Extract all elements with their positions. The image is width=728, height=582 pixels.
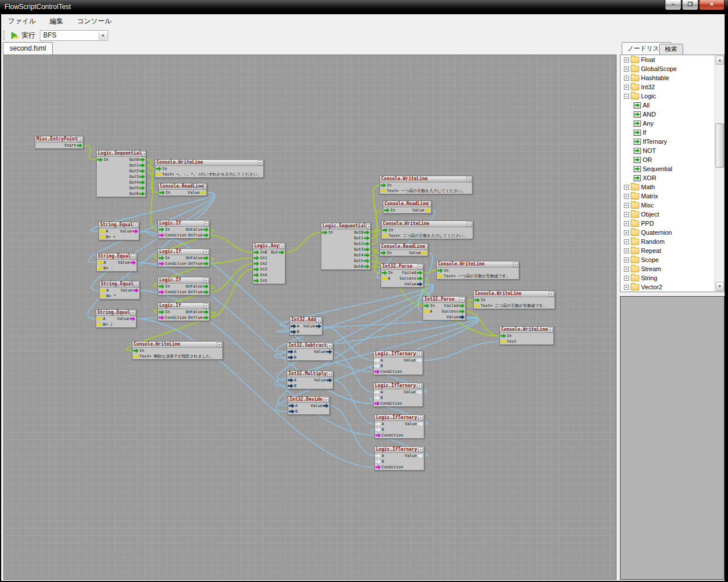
input-pin[interactable]: [382, 234, 388, 238]
input-pin[interactable]: [100, 294, 106, 298]
input-pin[interactable]: [100, 229, 105, 234]
output-pin[interactable]: [364, 264, 370, 269]
node-menu-icon[interactable]: ▼: [204, 184, 207, 189]
output-pin[interactable]: [203, 261, 209, 266]
graph-node-int32-parse[interactable]: Int32.Parse▼InFailedASuccessValue: [380, 263, 424, 288]
input-pin[interactable]: [97, 322, 102, 327]
output-pin[interactable]: [326, 350, 332, 354]
tree-item-repeat[interactable]: +Repeat: [621, 246, 724, 255]
output-pin[interactable]: [130, 260, 136, 265]
expand-icon[interactable]: +: [624, 212, 629, 217]
tree-item-matrix[interactable]: +Matrix: [621, 192, 724, 201]
scroll-up-icon[interactable]: ▲: [715, 56, 724, 65]
output-pin[interactable]: [364, 242, 370, 246]
graph-node-console-writeline[interactable]: Console.WriteLine▼InText= 一つ目の引数を入力してくださ…: [379, 176, 473, 194]
tree-item-all[interactable]: All: [621, 101, 724, 110]
output-pin[interactable]: [130, 317, 135, 321]
output-pin[interactable]: [326, 378, 332, 383]
graph-node-console-writeline[interactable]: Console.WriteLine▼InText= 二つ目の引数が非数値です。: [473, 290, 555, 309]
node-menu-icon[interactable]: ▼: [428, 202, 432, 207]
input-pin[interactable]: [500, 339, 506, 344]
input-pin[interactable]: [254, 273, 259, 277]
scrollbar-thumb[interactable]: [715, 123, 724, 168]
tree-item-scope[interactable]: +Scope: [621, 255, 724, 264]
graph-node-string-equal[interactable]: String.Equal▼AValueB= /: [96, 309, 136, 328]
tree-item-if[interactable]: If: [621, 128, 724, 137]
node-menu-icon[interactable]: ▼: [418, 415, 423, 421]
input-pin[interactable]: [291, 324, 296, 329]
output-pin[interactable]: [139, 174, 145, 179]
tree-item-ifternary[interactable]: IfTernary: [621, 137, 724, 146]
graph-node-logic-sequential[interactable]: Logic.Sequential▼InOut0Out1Out2Out3Out4O…: [321, 223, 371, 270]
graph-node-console-writeline[interactable]: Console.WriteLine▼InText= 二つ目の引数を入力してくださ…: [381, 221, 473, 239]
tree-item-and[interactable]: AND: [621, 110, 724, 119]
restore-button[interactable]: ❐: [682, 0, 698, 10]
tree-item-math[interactable]: +Math: [621, 182, 724, 192]
tree-item-misc[interactable]: +Misc: [621, 201, 724, 210]
output-pin[interactable]: [203, 290, 209, 294]
input-pin[interactable]: [500, 334, 506, 338]
node-menu-icon[interactable]: ▼: [327, 372, 332, 377]
expand-icon[interactable]: +: [624, 230, 629, 235]
input-pin[interactable]: [288, 378, 293, 383]
output-pin[interactable]: [200, 190, 206, 195]
output-pin[interactable]: [417, 422, 423, 426]
output-pin[interactable]: [421, 251, 427, 255]
input-pin[interactable]: [159, 256, 164, 260]
input-pin[interactable]: [382, 276, 387, 281]
output-pin[interactable]: [139, 192, 145, 196]
node-menu-icon[interactable]: ▼: [258, 160, 263, 165]
node-menu-icon[interactable]: ▼: [204, 221, 209, 226]
node-menu-icon[interactable]: ▼: [549, 292, 554, 297]
output-pin[interactable]: [459, 315, 465, 319]
close-button[interactable]: ✕: [699, 0, 725, 10]
input-pin[interactable]: [254, 250, 259, 255]
node-menu-icon[interactable]: ▼: [204, 250, 209, 255]
graph-canvas[interactable]: Misc.EntryPoint▼StartLogic.Sequential▼In…: [3, 55, 617, 580]
output-pin[interactable]: [203, 256, 209, 260]
input-pin[interactable]: [322, 230, 328, 235]
graph-node-console-readline[interactable]: Console.ReadLine▼InValue: [158, 183, 207, 196]
graph-node-misc-entrypoint[interactable]: Misc.EntryPoint▼Start: [35, 136, 84, 149]
expand-icon[interactable]: +: [624, 85, 629, 90]
graph-node-logic-if[interactable]: Logic.If▼InOnFalseConditionOnTrue: [158, 248, 210, 267]
node-menu-icon[interactable]: ▼: [279, 244, 284, 249]
output-pin[interactable]: [203, 227, 209, 232]
input-pin[interactable]: [159, 310, 164, 314]
graph-node-console-readline[interactable]: Console.ReadLine▼InValue: [383, 201, 432, 214]
graph-node-console-writeline[interactable]: Console.WriteLine▼InText: [499, 326, 554, 345]
output-pin[interactable]: [417, 276, 423, 281]
expand-icon[interactable]: +: [624, 76, 629, 81]
node-menu-icon[interactable]: ▼: [548, 327, 553, 332]
run-button[interactable]: 実行: [8, 30, 39, 41]
graph-node-logic-ifternary[interactable]: Logic.IfTernary▼AValueBCondition: [374, 446, 424, 471]
node-menu-icon[interactable]: ▼: [417, 264, 423, 269]
graph-node-logic-if[interactable]: Logic.If▼InOnFalseConditionOnTrue: [158, 277, 210, 296]
output-pin[interactable]: [459, 304, 465, 308]
expand-icon[interactable]: +: [624, 257, 629, 263]
output-pin[interactable]: [364, 230, 370, 235]
input-pin[interactable]: [437, 274, 443, 278]
input-pin[interactable]: [156, 167, 162, 171]
input-pin[interactable]: [382, 228, 388, 232]
graph-node-int32-multiply[interactable]: Int32.Multiply▼AValueB: [287, 371, 333, 389]
mode-combobox[interactable]: BFS ▼: [40, 30, 108, 41]
expand-icon[interactable]: +: [624, 203, 629, 208]
output-pin[interactable]: [139, 169, 145, 173]
input-pin[interactable]: [380, 183, 386, 188]
input-pin[interactable]: [384, 208, 390, 213]
graph-node-logic-if[interactable]: Logic.If▼InOnFalseConditionOnTrue: [158, 220, 210, 239]
graph-node-console-writeline[interactable]: Console.WriteLine▼InText= 一つ目の引数が非数値です。: [436, 261, 519, 280]
node-menu-icon[interactable]: ▼: [425, 244, 428, 250]
graph-node-console-writeline[interactable]: Console.WriteLine▼InText= 無効な演算子が指定されました…: [132, 341, 223, 360]
document-tab[interactable]: second.fsml: [3, 42, 53, 55]
output-pin[interactable]: [416, 358, 422, 363]
tree-item-string[interactable]: +String: [621, 273, 724, 282]
graph-node-logic-if[interactable]: Logic.If▼InOnFalseConditionOnTrue: [158, 302, 210, 321]
output-pin[interactable]: [77, 143, 82, 148]
tree-item-quaternion[interactable]: +Quaternion: [621, 228, 724, 237]
node-menu-icon[interactable]: ▼: [417, 352, 422, 357]
expand-icon[interactable]: +: [624, 248, 629, 253]
node-menu-icon[interactable]: ▼: [467, 222, 472, 227]
node-menu-icon[interactable]: ▼: [131, 254, 136, 259]
